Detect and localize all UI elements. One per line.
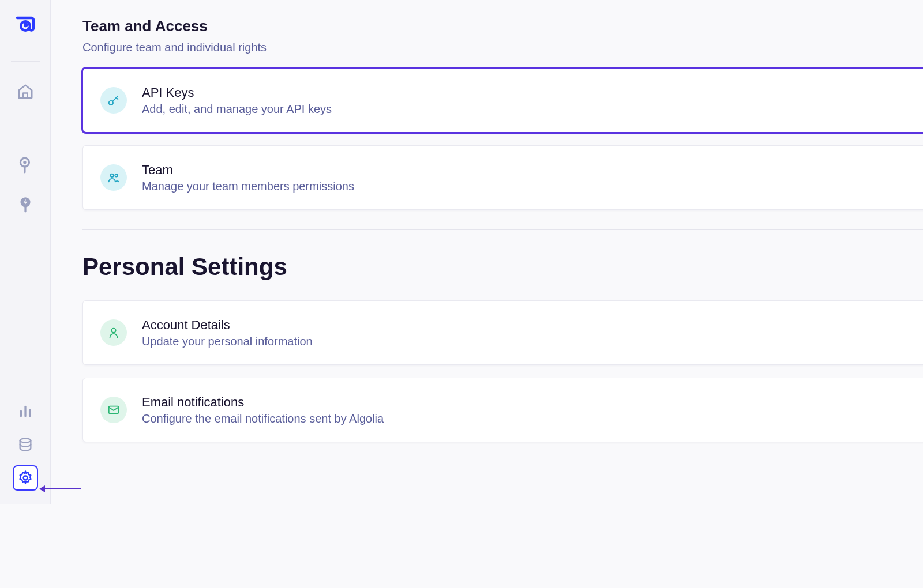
nav-data[interactable] — [13, 432, 38, 457]
section-title-team-access: Team and Access — [82, 17, 923, 35]
card-account-details[interactable]: Account Details Update your personal inf… — [82, 300, 923, 365]
card-email-notifications[interactable]: Email notifications Configure the email … — [82, 378, 923, 442]
sidebar-divider — [11, 61, 40, 62]
svg-point-2 — [23, 161, 26, 164]
mail-icon — [100, 397, 127, 423]
card-title: Account Details — [142, 318, 313, 333]
svg-point-10 — [23, 476, 27, 480]
svg-line-13 — [117, 97, 118, 99]
main-content: Team and Access Configure team and indiv… — [51, 0, 923, 504]
nav-settings[interactable] — [13, 465, 38, 491]
card-desc: Configure the email notifications sent b… — [142, 412, 384, 425]
section-subtitle-team-access: Configure team and individual rights — [82, 41, 923, 54]
svg-point-14 — [111, 174, 114, 178]
nav-recommend[interactable] — [13, 192, 38, 217]
bars-icon — [18, 404, 33, 419]
user-icon — [100, 319, 127, 346]
section-title-personal: Personal Settings — [82, 253, 923, 281]
card-desc: Manage your team members permissions — [142, 180, 354, 193]
card-team[interactable]: Team Manage your team members permission… — [82, 145, 923, 210]
key-icon — [100, 87, 127, 114]
sidebar — [0, 0, 51, 504]
team-icon — [100, 164, 127, 191]
nav-search[interactable] — [13, 153, 38, 178]
nav-analytics[interactable] — [13, 398, 38, 424]
section-divider — [82, 229, 923, 230]
algolia-logo[interactable] — [13, 14, 37, 38]
card-api-keys[interactable]: API Keys Add, edit, and manage your API … — [82, 68, 923, 133]
card-title: API Keys — [142, 85, 332, 100]
bolt-icon — [18, 196, 33, 213]
svg-point-16 — [111, 329, 115, 333]
search-icon — [18, 157, 33, 174]
home-icon — [17, 83, 34, 100]
svg-point-15 — [115, 174, 118, 177]
card-desc: Update your personal information — [142, 335, 313, 348]
card-desc: Add, edit, and manage your API keys — [142, 103, 332, 116]
svg-point-9 — [20, 439, 31, 443]
gear-icon — [17, 470, 33, 486]
card-title: Email notifications — [142, 395, 384, 410]
nav-home[interactable] — [13, 79, 38, 104]
database-icon — [17, 436, 33, 453]
card-title: Team — [142, 163, 354, 178]
